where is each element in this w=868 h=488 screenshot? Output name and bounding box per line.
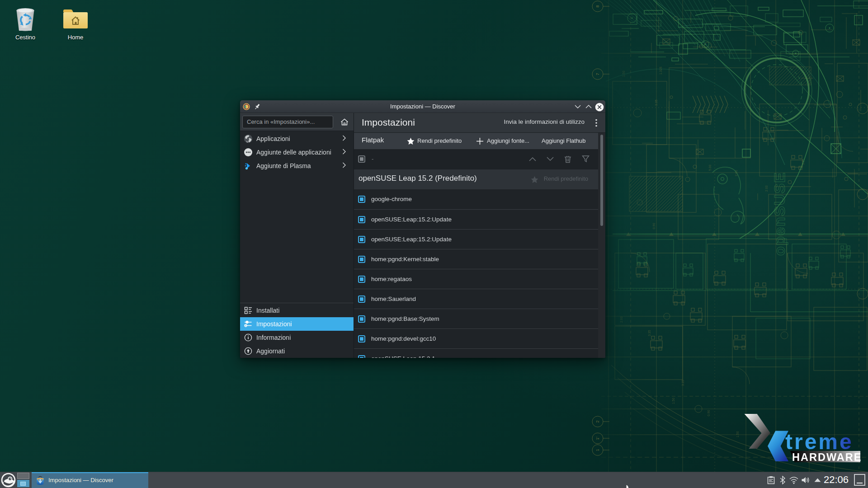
svg-text:1.50: 1.50 xyxy=(672,398,675,404)
svg-text:7: 7 xyxy=(595,73,600,75)
svg-text:3.35: 3.35 xyxy=(681,380,684,386)
svg-text:3.35: 3.35 xyxy=(648,330,651,336)
svg-text:2.00: 2.00 xyxy=(765,185,768,192)
svg-text:treme: treme xyxy=(785,430,854,454)
svg-text:openSUSE: openSUSE xyxy=(771,172,788,256)
svg-text:1.325: 1.325 xyxy=(659,66,662,75)
svg-text:5.00: 5.00 xyxy=(708,164,712,171)
svg-text:HARDWARE: HARDWARE xyxy=(792,451,862,463)
svg-text:2.00: 2.00 xyxy=(620,316,623,323)
svg-text:0.90: 0.90 xyxy=(707,410,710,416)
svg-text:3.35: 3.35 xyxy=(655,99,658,106)
svg-text:0.90: 0.90 xyxy=(652,223,656,229)
svg-text:1: 1 xyxy=(595,449,600,451)
svg-text:8: 8 xyxy=(595,5,600,7)
svg-text:1': 1' xyxy=(595,436,600,440)
svg-text:1.50: 1.50 xyxy=(622,70,625,77)
svg-text:2: 2 xyxy=(595,420,600,422)
